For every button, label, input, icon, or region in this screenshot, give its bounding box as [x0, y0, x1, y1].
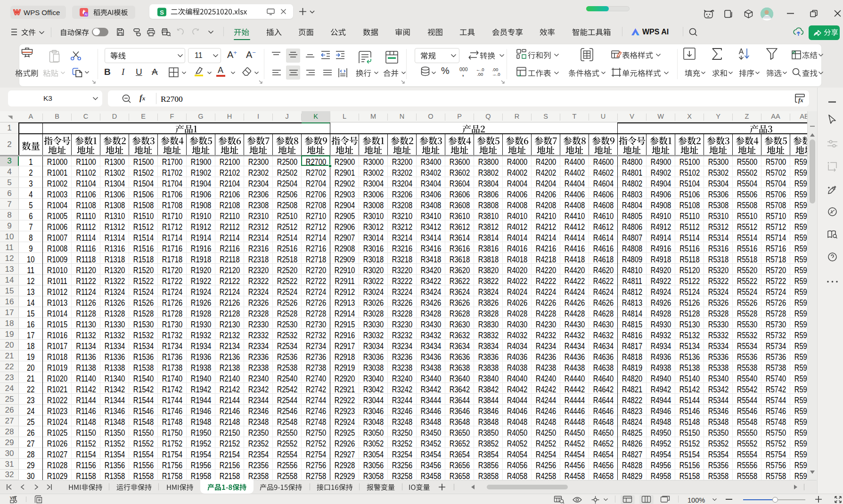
svg-text:,: ,	[462, 71, 464, 77]
svg-text:AI: AI	[84, 13, 88, 16]
svg-text:.00: .00	[477, 72, 483, 77]
svg-text:S: S	[160, 9, 164, 16]
svg-text:→.0: →.0	[492, 72, 500, 77]
svg-text:fx: fx	[798, 97, 803, 104]
